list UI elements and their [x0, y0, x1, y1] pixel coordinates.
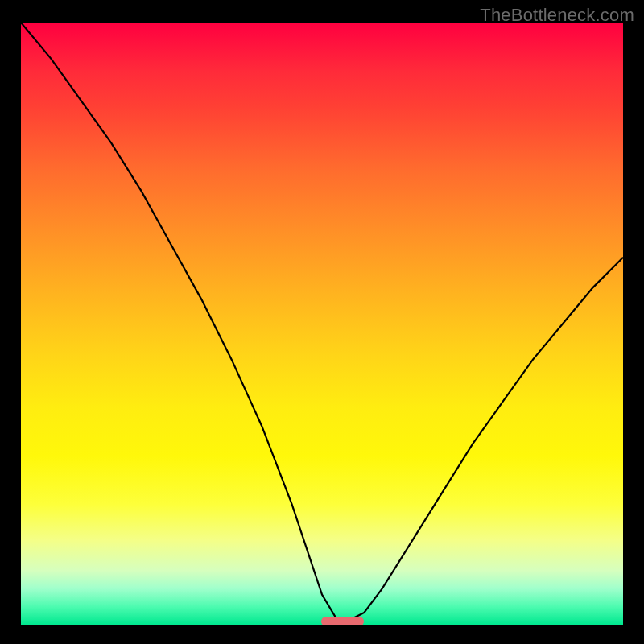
plot-area [21, 23, 623, 625]
bottleneck-curve [21, 23, 623, 625]
watermark-text: TheBottleneck.com [480, 5, 634, 26]
curve-line [21, 23, 623, 625]
chart-frame: TheBottleneck.com [0, 0, 644, 644]
optimal-range-marker [321, 617, 365, 625]
